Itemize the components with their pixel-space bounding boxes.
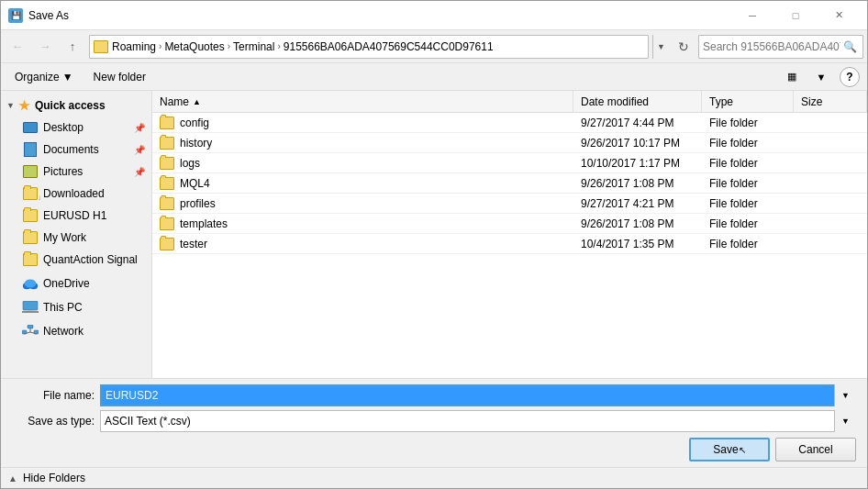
breadcrumb-folder-icon bbox=[94, 40, 108, 53]
help-button[interactable]: ? bbox=[840, 67, 860, 87]
onedrive-icon bbox=[22, 276, 39, 291]
file-cell-size bbox=[794, 234, 867, 253]
file-name: logs bbox=[180, 157, 200, 170]
network-icon bbox=[22, 324, 39, 339]
sidebar-item-onedrive[interactable]: OneDrive bbox=[1, 272, 151, 295]
col-size[interactable]: Size bbox=[794, 91, 867, 112]
sidebar-documents-label: Documents bbox=[43, 143, 99, 156]
file-cell-size bbox=[794, 173, 867, 193]
sidebar-item-mywork[interactable]: My Work bbox=[1, 227, 151, 249]
sidebar-desktop-label: Desktop bbox=[43, 121, 83, 134]
sidebar-item-eurusd[interactable]: EURUSD H1 bbox=[1, 205, 151, 227]
sidebar-item-desktop[interactable]: Desktop 📌 bbox=[1, 117, 151, 139]
quick-access-header[interactable]: ▼ ★ Quick access bbox=[1, 94, 151, 117]
filename-input[interactable] bbox=[100, 384, 856, 406]
filename-row: File name: ▼ bbox=[12, 384, 856, 406]
new-folder-label: New folder bbox=[94, 71, 146, 83]
organize-button[interactable]: Organize ▼ bbox=[8, 67, 80, 87]
mywork-folder-icon bbox=[22, 230, 39, 245]
save-button[interactable]: Save ↖ bbox=[689, 438, 770, 461]
sidebar-pictures-label: Pictures bbox=[43, 165, 83, 178]
sidebar-item-network[interactable]: Network bbox=[1, 320, 151, 342]
svg-rect-4 bbox=[22, 311, 39, 313]
quick-access-star-icon: ★ bbox=[18, 98, 30, 113]
table-row[interactable]: profiles 9/27/2017 4:21 PM File folder bbox=[152, 194, 867, 214]
breadcrumb-hash[interactable]: 915566BA06ADA407569C544CC0D97611 bbox=[284, 40, 494, 53]
col-name[interactable]: Name ▲ bbox=[152, 91, 573, 112]
hide-folders-arrow-icon: ▲ bbox=[8, 473, 17, 483]
buttons-row: Save ↖ Cancel bbox=[12, 438, 856, 461]
file-cell-date: 9/26/2017 1:08 PM bbox=[573, 173, 702, 193]
file-cell-name: templates bbox=[152, 214, 573, 233]
breadcrumb-metaquotes[interactable]: MetaQuotes bbox=[164, 40, 224, 53]
thispc-icon bbox=[22, 300, 39, 315]
table-row[interactable]: MQL4 9/26/2017 1:08 PM File folder bbox=[152, 173, 867, 194]
filetype-select[interactable]: ASCII Text (*.csv) bbox=[100, 410, 856, 432]
sidebar-item-documents[interactable]: Documents 📌 bbox=[1, 139, 151, 161]
file-cell-size bbox=[794, 214, 867, 233]
file-cell-size bbox=[794, 133, 867, 152]
toolbar: Organize ▼ New folder ▦ ▼ ? bbox=[1, 63, 867, 91]
title-bar: 💾 Save As ─ □ ✕ bbox=[1, 1, 867, 30]
cancel-button[interactable]: Cancel bbox=[775, 438, 856, 461]
window-controls: ─ □ ✕ bbox=[731, 1, 860, 30]
sidebar-item-thispc[interactable]: This PC bbox=[1, 296, 151, 318]
refresh-button[interactable]: ↻ bbox=[671, 35, 696, 59]
minimize-button[interactable]: ─ bbox=[731, 1, 773, 30]
pictures-icon bbox=[22, 164, 39, 179]
sidebar-mywork-label: My Work bbox=[43, 231, 86, 244]
col-size-label: Size bbox=[801, 95, 822, 108]
bottom-area: File name: ▼ Save as type: ASCII Text (*… bbox=[1, 378, 867, 467]
file-area: Name ▲ Date modified Type Size bbox=[152, 91, 867, 378]
file-cell-name: MQL4 bbox=[152, 173, 573, 193]
file-cell-name: profiles bbox=[152, 194, 573, 213]
sidebar-item-pictures[interactable]: Pictures 📌 bbox=[1, 161, 151, 183]
col-type[interactable]: Type bbox=[702, 91, 794, 112]
new-folder-button[interactable]: New folder bbox=[87, 67, 152, 87]
svg-point-2 bbox=[25, 280, 37, 288]
file-cell-type: File folder bbox=[702, 133, 794, 152]
close-button[interactable]: ✕ bbox=[818, 1, 860, 30]
view-toggle-button[interactable]: ▦ bbox=[781, 67, 803, 87]
desktop-pin-icon: 📌 bbox=[134, 123, 145, 133]
sidebar-item-downloaded[interactable]: ↓ Downloaded bbox=[1, 183, 151, 205]
breadcrumb-terminal[interactable]: Terminal bbox=[233, 40, 274, 53]
file-cell-date: 9/26/2017 10:17 PM bbox=[573, 133, 702, 152]
window-icon: 💾 bbox=[8, 8, 23, 23]
back-button[interactable]: ← bbox=[5, 34, 30, 60]
search-input[interactable] bbox=[703, 40, 840, 53]
col-name-label: Name bbox=[160, 95, 189, 108]
quick-access-section: ▼ ★ Quick access Desktop 📌 Documents bbox=[1, 94, 151, 271]
breadcrumb-roaming[interactable]: Roaming bbox=[112, 40, 156, 53]
col-date[interactable]: Date modified bbox=[573, 91, 702, 112]
table-row[interactable]: logs 10/10/2017 1:17 PM File folder bbox=[152, 153, 867, 173]
sidebar-item-quantaction[interactable]: QuantAction Signal bbox=[1, 249, 151, 271]
file-cell-date: 9/26/2017 1:08 PM bbox=[573, 214, 702, 233]
network-section: Network bbox=[1, 320, 151, 342]
table-row[interactable]: tester 10/4/2017 1:35 PM File folder bbox=[152, 234, 867, 254]
maximize-button[interactable]: □ bbox=[774, 1, 817, 30]
file-name: config bbox=[180, 117, 209, 129]
svg-rect-5 bbox=[28, 310, 33, 311]
save-label: Save bbox=[713, 443, 738, 456]
up-button[interactable]: ↑ bbox=[60, 34, 85, 60]
breadcrumb-dropdown-button[interactable]: ▼ bbox=[652, 35, 669, 59]
table-row[interactable]: config 9/27/2017 4:44 PM File folder bbox=[152, 113, 867, 133]
table-row[interactable]: history 9/26/2017 10:17 PM File folder bbox=[152, 133, 867, 153]
breadcrumb-bar: Roaming › MetaQuotes › Terminal › 915566… bbox=[89, 35, 649, 59]
forward-button[interactable]: → bbox=[32, 34, 58, 60]
onedrive-section: OneDrive bbox=[1, 272, 151, 295]
folder-icon bbox=[160, 157, 174, 170]
folder-icon bbox=[160, 238, 174, 250]
hide-folders-row[interactable]: ▲ Hide Folders bbox=[1, 467, 867, 488]
file-cell-size bbox=[794, 194, 867, 213]
search-icon[interactable]: 🔍 bbox=[840, 38, 859, 56]
file-name: history bbox=[180, 137, 212, 150]
view-dropdown-button[interactable]: ▼ bbox=[810, 67, 832, 87]
file-cell-type: File folder bbox=[702, 173, 794, 193]
window-title: Save As bbox=[28, 9, 731, 22]
col-name-sort-icon: ▲ bbox=[193, 97, 201, 106]
filename-input-wrapper: ▼ bbox=[100, 384, 856, 406]
table-row[interactable]: templates 9/26/2017 1:08 PM File folder bbox=[152, 214, 867, 234]
file-cell-name: logs bbox=[152, 153, 573, 172]
